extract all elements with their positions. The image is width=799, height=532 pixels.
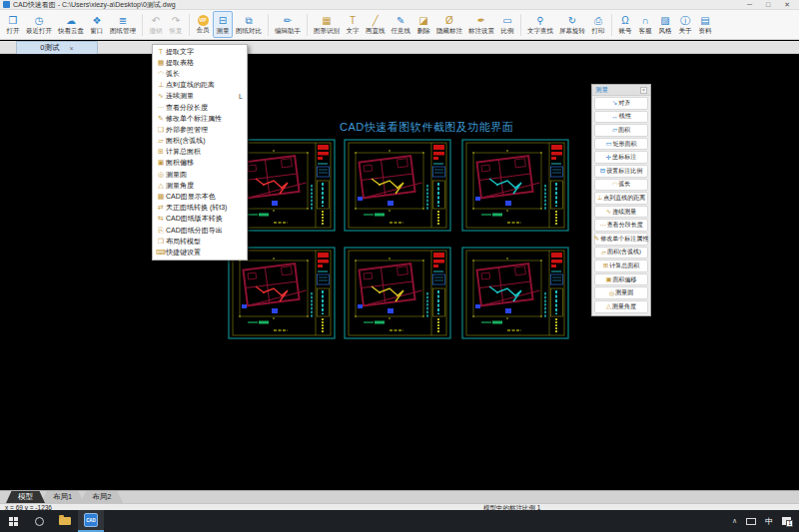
toolbar-button-10[interactable]: ✏编辑助手 (272, 11, 304, 38)
toolbar-button-12[interactable]: T文字 (343, 11, 363, 38)
sheet-tab-2[interactable]: 布局2 (80, 491, 123, 503)
toolbar-button-18[interactable]: ▭比例 (497, 11, 517, 38)
cad-drawing-3[interactable] (228, 247, 336, 339)
panel-item-6[interactable]: ◠弧长 (594, 179, 648, 192)
close-button[interactable]: ✕ (784, 0, 790, 9)
toolbar-label-20: 屏幕旋转 (559, 27, 585, 35)
window-title: CAD快速看图 - C:\Users\xiezy-a\Desktop\0测试.d… (13, 0, 176, 10)
menu-item-8[interactable]: ▱面积(含弧线) (153, 136, 247, 147)
toolbar-button-1[interactable]: ◷最近打开 (23, 11, 55, 38)
folder-icon (59, 517, 71, 525)
panel-item-2[interactable]: ▱面积 (594, 124, 648, 137)
toolbar-button-22[interactable]: Ω账号 (615, 11, 635, 38)
menu-item-label-16: CAD图纸分图导出 (166, 226, 223, 236)
panel-item-label-10: 修改单个标注属性 (600, 235, 648, 244)
toolbar-label-26: 资料 (699, 27, 712, 35)
toolbar-label-23: 客服 (639, 27, 652, 35)
menu-item-icon-3: ⊥ (156, 81, 166, 89)
panel-item-5[interactable]: ⊟设置标注比例 (594, 165, 648, 178)
document-tab-close-icon[interactable]: × (70, 45, 74, 52)
menu-item-11[interactable]: ◎测量圆 (153, 169, 247, 180)
menu-item-7[interactable]: ❏外部参照管理 (153, 124, 247, 135)
cad-drawing-4[interactable] (344, 247, 451, 339)
menu-item-18[interactable]: ⌨快捷键设置 (153, 247, 247, 258)
panel-item-8[interactable]: ∿连续测量 (594, 206, 648, 219)
toolbar-button-16[interactable]: Ø隐藏标注 (433, 11, 465, 38)
panel-item-9[interactable]: ⋯查看分段长度 (594, 219, 648, 232)
toolbar-button-26[interactable]: ▤资料 (695, 11, 715, 38)
toolbar-button-21[interactable]: ⎙打印 (588, 11, 608, 38)
panel-item-3[interactable]: ▭矩形面积 (594, 138, 648, 151)
ime-indicator[interactable]: 中 (765, 516, 773, 527)
sheet-tab-0[interactable]: 模型 (6, 491, 45, 503)
toolbar-icon-0: ❒ (9, 15, 18, 27)
toolbar-button-24[interactable]: ▨风格 (655, 11, 675, 38)
panel-item-0[interactable]: ↘对齐 (594, 97, 648, 110)
toolbar-button-13[interactable]: ╱画直线 (363, 11, 389, 38)
panel-item-12[interactable]: ⊞计算总面积 (594, 260, 648, 272)
panel-item-7[interactable]: ⊥点到直线的距离 (594, 192, 648, 205)
toolbar-button-14[interactable]: ✎任意线 (389, 11, 414, 38)
menu-item-0[interactable]: T提取文字 (153, 46, 247, 57)
menu-item-label-13: CAD图显示本色 (166, 192, 216, 202)
menu-item-4[interactable]: ∿连续测量L (153, 91, 247, 102)
network-icon[interactable] (746, 518, 756, 525)
minimize-button[interactable]: ─ (747, 0, 752, 9)
menu-item-14[interactable]: ⇄天正图纸转换 (转t3) (153, 203, 247, 214)
panel-item-4[interactable]: ✛坐标标注 (594, 151, 648, 164)
toolbar-button-19[interactable]: ⚲文字查找 (524, 11, 556, 38)
menu-item-label-17: 布局转模型 (166, 237, 201, 247)
panel-item-label-5: 设置标注比例 (606, 167, 642, 176)
panel-item-15[interactable]: △测量角度 (594, 300, 648, 313)
menu-item-16[interactable]: ⎘CAD图纸分图导出 (153, 225, 247, 236)
toolbar-button-7[interactable]: VIP会员 (193, 11, 213, 38)
toolbar-button-2[interactable]: ☁快看云盘 (55, 11, 87, 38)
toolbar-button-11[interactable]: ▦图形识别 (311, 11, 343, 38)
panel-item-1[interactable]: ↔线性 (594, 111, 648, 124)
toolbar-button-17[interactable]: ✒标注设置 (465, 11, 497, 38)
menu-item-12[interactable]: △测量角度 (153, 180, 247, 191)
toolbar-button-9[interactable]: ⧉图纸对比 (233, 11, 265, 38)
menu-item-5[interactable]: ⋯查看分段长度 (153, 102, 247, 113)
toolbar-button-20[interactable]: ↻屏幕旋转 (556, 11, 588, 38)
notification-center-icon[interactable]: 1 (782, 517, 791, 525)
panel-item-13[interactable]: ▣面积偏移 (594, 273, 648, 286)
menu-item-17[interactable]: ❐布局转模型 (153, 236, 247, 247)
menu-item-15[interactable]: ⇆CAD图纸版本转换 (153, 214, 247, 225)
toolbar-button-23[interactable]: ∩客服 (635, 11, 655, 38)
toolbar-button-8[interactable]: ⊟测量 (213, 11, 233, 38)
menu-item-10[interactable]: ▣面积偏移 (153, 158, 247, 169)
menu-item-3[interactable]: ⊥点到直线的距离 (153, 80, 247, 91)
drawing-canvas[interactable]: CAD快速看图软件截图及功能界面 (0, 54, 799, 490)
document-tab[interactable]: 0测试 × (16, 41, 98, 54)
measure-panel: 测量 × ↘对齐↔线性▱面积▭矩形面积✛坐标标注⊟设置标注比例◠弧长⊥点到直线的… (591, 84, 651, 316)
cortana-button[interactable] (26, 510, 52, 532)
taskbar-active-app-button[interactable]: CAD (78, 510, 104, 532)
file-explorer-button[interactable] (52, 510, 78, 532)
menu-item-9[interactable]: ⊞计算总面积 (153, 147, 247, 158)
measure-panel-close-icon[interactable]: × (640, 87, 647, 94)
cad-drawing-5[interactable] (461, 247, 569, 339)
menu-item-13[interactable]: ▩CAD图显示本色 (153, 191, 247, 202)
tray-expand-icon[interactable]: ∧ (732, 517, 737, 525)
panel-item-14[interactable]: ◎测量圆 (594, 286, 648, 299)
panel-item-11[interactable]: ▱面积(含弧线) (594, 247, 648, 260)
panel-item-10[interactable]: ✎修改单个标注属性 (594, 233, 648, 246)
cad-drawing-1[interactable] (344, 139, 451, 232)
toolbar-button-0[interactable]: ❒打开 (3, 11, 23, 38)
sheet-tab-1[interactable]: 布局1 (41, 491, 84, 503)
menu-item-6[interactable]: ✎修改单个标注属性 (153, 113, 247, 124)
menu-item-2[interactable]: ◠弧长 (153, 68, 247, 79)
start-button[interactable] (0, 510, 26, 532)
toolbar-label-16: 隐藏标注 (436, 27, 462, 35)
maximize-button[interactable]: □ (766, 0, 770, 9)
toolbar-button-15[interactable]: ◪删除 (413, 11, 433, 38)
toolbar-button-4[interactable]: ≣图纸管理 (107, 11, 139, 38)
menu-item-label-15: CAD图纸版本转换 (166, 214, 223, 224)
toolbar-button-3[interactable]: ❖窗口 (87, 11, 107, 38)
toolbar-button-25[interactable]: ⓘ关于 (675, 11, 695, 38)
cad-drawing-2[interactable] (461, 139, 569, 232)
toolbar-label-24: 风格 (659, 27, 672, 35)
menu-item-1[interactable]: ▦提取表格 (153, 57, 247, 68)
panel-item-label-15: 测量角度 (612, 302, 636, 311)
